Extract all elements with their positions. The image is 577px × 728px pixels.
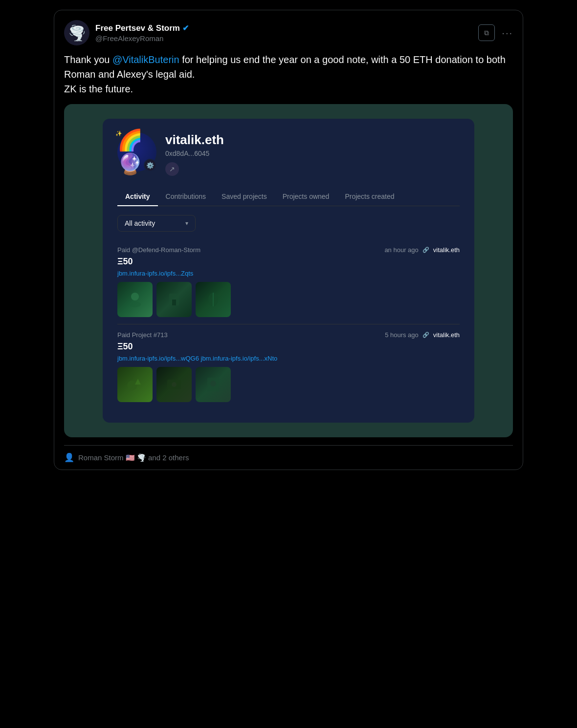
profile-header: 🌈🔮 ✨ ⚙️ vitalik.eth 0xd8dA...6045 ↗ <box>117 132 460 176</box>
tab-contributions[interactable]: Contributions <box>158 188 214 206</box>
activity-images-2 <box>117 367 460 402</box>
profile-icon-row: ↗ <box>165 162 224 176</box>
tweet-text-before-mention: Thank you <box>64 54 112 65</box>
activity-link-2[interactable]: jbm.infura-ipfs.io/ipfs...wQG6 jbm.infur… <box>117 355 460 362</box>
tweet-card: 🌪️ Free Pertsev & Storm ✔ @FreeAlexeyRom… <box>54 10 523 470</box>
activity-time-1: an hour ago 🔗 vitalik.eth <box>384 246 460 254</box>
activity-thumb-1b[interactable] <box>156 282 192 317</box>
activity-time-2: 5 hours ago 🔗 vitalik.eth <box>385 331 460 339</box>
svg-point-6 <box>127 381 137 390</box>
tweet-text: Thank you @VitalikButerin for helping us… <box>64 52 513 96</box>
mention-vitalik[interactable]: @VitalikButerin <box>112 54 179 65</box>
activity-sender-2: vitalik.eth <box>433 331 460 339</box>
avatar: 🌪️ <box>64 20 89 45</box>
filter-row: All activity ▾ <box>117 215 460 232</box>
avatar-emoji: 🌪️ <box>68 24 86 42</box>
link-icon-2: 🔗 <box>422 332 429 338</box>
filter-label: All activity <box>125 219 155 227</box>
activity-filter-dropdown[interactable]: All activity ▾ <box>117 215 196 232</box>
activity-sender-1: vitalik.eth <box>433 246 460 254</box>
activity-amount-1: Ξ50 <box>117 257 460 267</box>
activity-label-1: Paid @Defend-Roman-Storm <box>117 246 200 254</box>
account-info: Free Pertsev & Storm ✔ @FreeAlexeyRoman <box>95 23 189 43</box>
tab-activity[interactable]: Activity <box>117 188 158 206</box>
profile-avatar: 🌈🔮 ✨ ⚙️ <box>117 132 156 171</box>
activity-timestamp-1: an hour ago <box>384 246 418 254</box>
activity-thumb-2c[interactable] <box>196 367 231 402</box>
star-icon: ✨ <box>115 130 122 137</box>
tweet-header: 🌪️ Free Pertsev & Storm ✔ @FreeAlexeyRom… <box>64 20 513 45</box>
activity-timestamp-2: 5 hours ago <box>385 331 419 339</box>
profile-tabs: Activity Contributions Saved projects Pr… <box>117 188 460 206</box>
external-link-icon: ⧉ <box>484 29 489 37</box>
tweet-header-right: ⧉ ··· <box>478 24 513 41</box>
external-link-button[interactable]: ⧉ <box>478 24 495 41</box>
svg-point-1 <box>129 301 141 307</box>
chevron-down-icon: ▾ <box>185 220 188 227</box>
svg-point-11 <box>210 381 216 386</box>
activity-amount-2: Ξ50 <box>117 342 460 352</box>
svg-marker-7 <box>135 379 141 385</box>
badge-emoji: ⚙️ <box>146 162 154 169</box>
tweet-footer: 👤 Roman Storm 🇺🇸 🌪️ and 2 others <box>64 445 513 470</box>
activity-thumb-2a[interactable] <box>117 367 153 402</box>
activity-item: Paid @Defend-Roman-Storm an hour ago 🔗 v… <box>117 239 460 324</box>
link-icon-1: 🔗 <box>422 247 429 253</box>
svg-rect-3 <box>172 300 176 305</box>
profile-card: 🌈🔮 ✨ ⚙️ vitalik.eth 0xd8dA...6045 ↗ <box>103 119 474 423</box>
account-display-name: Free Pertsev & Storm <box>95 23 180 33</box>
tab-saved-projects[interactable]: Saved projects <box>214 188 275 206</box>
activity-thumb-1c[interactable] <box>196 282 231 317</box>
tab-projects-created[interactable]: Projects created <box>337 188 402 206</box>
profile-name: vitalik.eth <box>165 132 224 148</box>
share-icon: ↗ <box>169 165 175 173</box>
activity-label-2: Paid Project #713 <box>117 331 168 339</box>
account-handle: @FreeAlexeyRoman <box>95 34 189 43</box>
verified-badge: ✔ <box>182 23 189 33</box>
profile-address: 0xd8dA...6045 <box>165 150 224 157</box>
svg-point-9 <box>172 382 177 387</box>
activity-thumb-2b[interactable] <box>156 367 192 402</box>
footer-text: Roman Storm 🇺🇸 🌪️ and 2 others <box>78 453 189 462</box>
activity-item-2: Paid Project #713 5 hours ago 🔗 vitalik.… <box>117 324 460 409</box>
tab-projects-owned[interactable]: Projects owned <box>275 188 337 206</box>
activity-link-1[interactable]: jbm.infura-ipfs.io/ipfs...Zqts <box>117 270 460 277</box>
activity-thumb-1a[interactable] <box>117 282 153 317</box>
activity-meta-2: Paid Project #713 5 hours ago 🔗 vitalik.… <box>117 331 460 339</box>
profile-avatar-badge: ⚙️ <box>144 159 156 171</box>
tweet-header-left: 🌪️ Free Pertsev & Storm ✔ @FreeAlexeyRom… <box>64 20 189 45</box>
activity-meta-1: Paid @Defend-Roman-Storm an hour ago 🔗 v… <box>117 246 460 254</box>
profile-share-icon[interactable]: ↗ <box>165 162 179 176</box>
footer-person-icon: 👤 <box>64 452 74 463</box>
account-name: Free Pertsev & Storm ✔ <box>95 23 189 33</box>
tweet-media-container: 🌈🔮 ✨ ⚙️ vitalik.eth 0xd8dA...6045 ↗ <box>64 104 513 437</box>
more-options-button[interactable]: ··· <box>502 27 513 39</box>
profile-info: vitalik.eth 0xd8dA...6045 ↗ <box>165 132 224 176</box>
svg-point-0 <box>131 293 139 300</box>
activity-images-1 <box>117 282 460 317</box>
